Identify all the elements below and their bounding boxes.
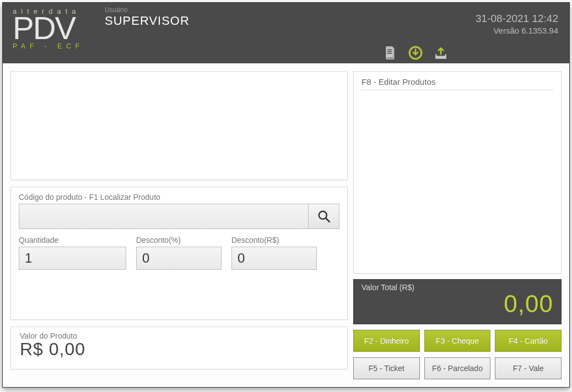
product-code-row <box>19 204 339 229</box>
discount-val-input[interactable] <box>231 247 317 270</box>
discount-pct-input[interactable] <box>136 247 222 270</box>
payment-row-1: F2 - Dinheiro F3 - Cheque F4 - Cartão <box>353 330 562 352</box>
discount-val-label: Desconto(R$) <box>231 236 317 244</box>
edit-products-panel: F8 - Editar Produtos <box>353 71 562 274</box>
body: Código do produto - F1 Localizar Produto… <box>3 63 569 387</box>
header-icons <box>383 46 448 60</box>
search-icon <box>317 209 331 224</box>
app-window: alterdata PDV PAF - ECF Usuário SUPERVIS… <box>2 2 570 388</box>
divider <box>361 90 553 90</box>
header: alterdata PDV PAF - ECF Usuário SUPERVIS… <box>3 3 569 63</box>
product-value: R$ 0,00 <box>20 339 338 360</box>
f5-ticket-button[interactable]: F5 - Ticket <box>353 357 420 379</box>
svg-rect-1 <box>387 50 392 51</box>
export-icon[interactable] <box>434 46 448 60</box>
f4-cartao-button[interactable]: F4 - Cartão <box>495 330 562 352</box>
datetime: 31-08-2021 12:42 <box>476 13 558 25</box>
f2-dinheiro-button[interactable]: F2 - Dinheiro <box>353 330 420 352</box>
qty-input[interactable] <box>19 247 126 270</box>
total-panel: Valor Total (R$) 0,00 <box>353 279 562 324</box>
total-value: 0,00 <box>361 292 553 316</box>
svg-rect-3 <box>387 53 392 54</box>
f6-parcelado-button[interactable]: F6 - Parcelado <box>424 357 491 379</box>
f3-cheque-button[interactable]: F3 - Cheque <box>424 330 491 352</box>
qty-label: Quantidade <box>19 236 126 244</box>
product-value-panel: Valor do Produto R$ 0,00 <box>10 326 348 369</box>
user-label: Usuário <box>105 6 190 14</box>
version: Versão 6.1353.94 <box>476 26 558 35</box>
svg-rect-2 <box>387 51 392 52</box>
svg-line-7 <box>326 218 330 222</box>
user-block: Usuário SUPERVISOR <box>105 6 190 28</box>
discount-pct-field: Desconto(%) <box>136 236 222 270</box>
document-icon[interactable] <box>383 46 397 60</box>
right-column: F8 - Editar Produtos Valor Total (R$) 0,… <box>353 71 562 379</box>
brand-sub: PAF - ECF <box>13 42 94 50</box>
svg-rect-5 <box>435 56 446 58</box>
product-search-button[interactable] <box>308 204 339 228</box>
product-display-panel <box>10 71 348 180</box>
svg-rect-0 <box>386 47 393 57</box>
edit-products-title: F8 - Editar Produtos <box>361 77 553 86</box>
entry-panel: Código do produto - F1 Localizar Produto… <box>10 187 348 320</box>
product-code-input[interactable] <box>19 204 308 228</box>
product-code-label: Código do produto - F1 Localizar Produto <box>19 193 339 202</box>
logo: alterdata PDV PAF - ECF <box>3 3 99 50</box>
left-column: Código do produto - F1 Localizar Produto… <box>10 71 348 379</box>
fields-row: Quantidade Desconto(%) Desconto(R$) <box>19 236 339 270</box>
payment-row-2: F5 - Ticket F6 - Parcelado F7 - Vale <box>353 357 562 379</box>
discount-pct-label: Desconto(%) <box>136 236 222 244</box>
download-icon[interactable] <box>408 46 423 60</box>
datetime-block: 31-08-2021 12:42 Versão 6.1353.94 <box>476 13 558 35</box>
f7-vale-button[interactable]: F7 - Vale <box>495 357 562 379</box>
brand-main: PDV <box>13 14 94 41</box>
discount-val-field: Desconto(R$) <box>231 236 317 270</box>
qty-field: Quantidade <box>19 236 126 270</box>
user-name: SUPERVISOR <box>105 14 190 28</box>
